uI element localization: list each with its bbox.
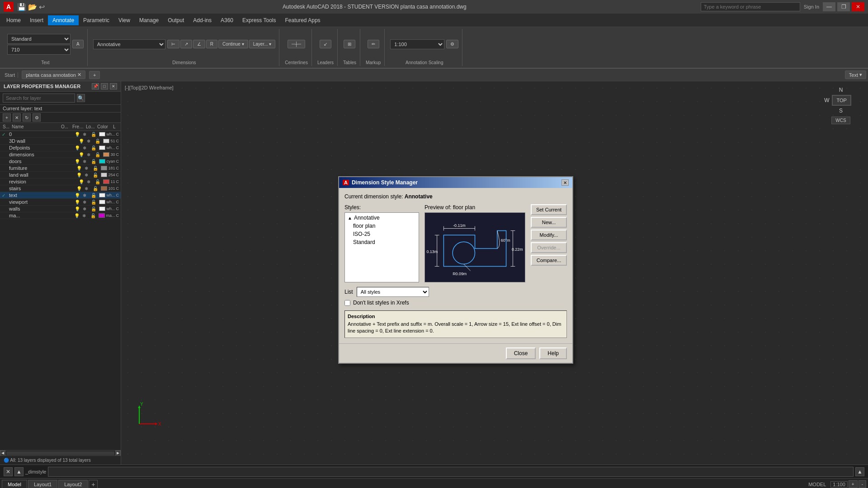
layer-lock-icon[interactable]: 🔓: [90, 213, 99, 218]
dim-continue-btn[interactable]: Continue ▾: [218, 40, 248, 48]
layer-lock-icon[interactable]: 🔓: [91, 206, 99, 211]
layer-color-swatch[interactable]: [103, 139, 109, 143]
layer-on-icon[interactable]: 💡: [75, 132, 83, 137]
layer-on-icon[interactable]: 💡: [75, 206, 83, 211]
leader-btn[interactable]: ↙: [320, 40, 331, 48]
dim-layer-btn[interactable]: Layer... ▾: [249, 40, 276, 48]
zoom-out-btn[interactable]: -: [859, 480, 866, 488]
style-item-standard[interactable]: Standard: [346, 238, 418, 246]
layer-freeze-icon[interactable]: ❄: [82, 213, 90, 218]
layer-freeze-icon[interactable]: ❄: [85, 173, 93, 178]
layer-row[interactable]: walls 💡 ❄ 🔓 wh... C: [0, 206, 121, 212]
style-item-annotative[interactable]: ▲ Annotative: [346, 214, 418, 222]
zoom-in-btn[interactable]: +: [849, 480, 858, 488]
layer-lock-icon[interactable]: 🔓: [91, 200, 99, 205]
menu-manage[interactable]: Manage: [135, 15, 163, 25]
command-input[interactable]: [48, 467, 854, 477]
layer-on-icon[interactable]: 💡: [76, 173, 85, 178]
tab-layout2[interactable]: Layout2: [58, 480, 88, 488]
minimize-button[interactable]: —: [823, 2, 835, 11]
layer-on-icon[interactable]: 💡: [75, 200, 83, 205]
text-style-dropdown[interactable]: Standard: [7, 34, 71, 44]
layer-color-swatch[interactable]: [99, 206, 105, 211]
styles-list[interactable]: ▲ Annotative floor plan ISO-25 Standard: [344, 212, 419, 282]
text-dropdown-btn[interactable]: Text ▾: [845, 70, 866, 79]
command-close-btn[interactable]: ✕: [4, 467, 13, 476]
layer-on-icon[interactable]: 💡: [74, 213, 82, 218]
menu-insert[interactable]: Insert: [25, 15, 48, 25]
layer-on-icon[interactable]: 💡: [79, 152, 87, 157]
markup-btn[interactable]: ✏: [368, 40, 379, 48]
dim-linear-btn[interactable]: ⊢: [167, 40, 179, 48]
keyword-search-input[interactable]: [701, 2, 800, 11]
layer-freeze-icon[interactable]: ❄: [83, 145, 91, 150]
style-item-iso25[interactable]: ISO-25: [346, 230, 418, 238]
layer-on-icon[interactable]: 💡: [75, 145, 83, 150]
dont-list-checkbox[interactable]: [344, 300, 350, 306]
layer-panel-expand-btn[interactable]: □: [101, 83, 108, 89]
menu-annotate[interactable]: Annotate: [48, 15, 79, 25]
layer-lock-icon[interactable]: 🔓: [91, 159, 99, 164]
layer-color-swatch[interactable]: [99, 200, 105, 204]
layer-color-swatch[interactable]: [99, 132, 105, 136]
menu-parametric[interactable]: Parametric: [79, 15, 114, 25]
menu-addins[interactable]: Add-ins: [189, 15, 216, 25]
layer-lock-icon[interactable]: 🔓: [91, 132, 99, 137]
dialog-close-button[interactable]: ✕: [561, 179, 569, 186]
settings-layer-btn[interactable]: ⚙: [33, 113, 41, 122]
layer-freeze-icon[interactable]: ❄: [87, 152, 95, 157]
list-dropdown[interactable]: All styles: [357, 287, 429, 297]
menu-output[interactable]: Output: [163, 15, 189, 25]
layer-scrollbar[interactable]: ◀ ▶: [0, 450, 121, 455]
layer-row[interactable]: stairs 💡 ❄ 🔓 101 C: [0, 185, 121, 192]
layer-on-icon[interactable]: 💡: [79, 179, 87, 184]
sign-in-btn[interactable]: Sign In: [804, 4, 819, 9]
layer-color-swatch[interactable]: [99, 213, 105, 218]
wcs-button[interactable]: WCS: [831, 117, 850, 124]
help-button[interactable]: Help: [539, 347, 567, 359]
add-tab-btn[interactable]: +: [89, 71, 100, 79]
dim-radius-btn[interactable]: R: [206, 40, 217, 48]
dim-angular-btn[interactable]: ∠: [193, 40, 205, 48]
layer-row[interactable]: ✓ 0 💡 ❄ 🔓 wh... C: [0, 131, 121, 138]
layer-row-text[interactable]: ✓ text 💡 ❄ 🔓 wh... C: [0, 192, 121, 199]
close-button[interactable]: ✕: [852, 2, 864, 11]
command-scroll-up-btn[interactable]: ▲: [855, 467, 864, 476]
menu-home[interactable]: Home: [2, 15, 25, 25]
layer-lock-icon[interactable]: 🔓: [91, 145, 99, 150]
layer-on-icon[interactable]: 💡: [76, 166, 85, 171]
menu-view[interactable]: View: [114, 15, 135, 25]
layer-freeze-icon[interactable]: ❄: [83, 159, 91, 164]
layer-color-swatch[interactable]: [101, 173, 107, 177]
layer-freeze-icon[interactable]: ❄: [87, 139, 95, 144]
style-item-floor-plan[interactable]: floor plan: [346, 222, 418, 230]
layer-freeze-icon[interactable]: ❄: [85, 186, 93, 191]
add-layout-btn[interactable]: +: [89, 480, 98, 488]
new-layer-btn[interactable]: +: [3, 113, 11, 122]
layer-panel-pin-btn[interactable]: 📌: [92, 83, 99, 89]
layer-row[interactable]: ma... 💡 ❄ 🔓 ma... C: [0, 212, 121, 219]
layer-search-input[interactable]: [3, 94, 75, 103]
layer-freeze-icon[interactable]: ❄: [83, 132, 91, 137]
modify-button[interactable]: Modify...: [531, 230, 567, 240]
scroll-left-btn[interactable]: ◀: [0, 450, 5, 456]
tab-model[interactable]: Model: [2, 480, 27, 488]
layer-on-icon[interactable]: 💡: [76, 186, 85, 191]
layer-color-swatch[interactable]: [103, 179, 109, 184]
layer-row[interactable]: viewport 💡 ❄ 🔓 wh... C: [0, 199, 121, 206]
layer-lock-icon[interactable]: 🔓: [93, 173, 101, 178]
annotation-settings-btn[interactable]: ⚙: [446, 40, 458, 48]
layer-color-swatch[interactable]: [99, 193, 105, 197]
layer-color-swatch[interactable]: [99, 145, 105, 150]
layer-freeze-icon[interactable]: ❄: [83, 206, 91, 211]
layer-on-icon[interactable]: 💡: [79, 139, 87, 144]
layer-lock-icon[interactable]: 🔓: [93, 166, 101, 171]
layer-row[interactable]: doors 💡 ❄ 🔓 cyan C: [0, 158, 121, 165]
layer-freeze-icon[interactable]: ❄: [83, 193, 91, 198]
layer-row[interactable]: land wall 💡 ❄ 🔓 254 C: [0, 172, 121, 178]
close-button[interactable]: Close: [506, 347, 536, 359]
scroll-right-btn[interactable]: ▶: [115, 450, 121, 456]
annotation-scale-dropdown[interactable]: 1:100: [390, 39, 444, 49]
layer-on-icon[interactable]: 💡: [75, 193, 83, 198]
layer-lock-icon[interactable]: 🔓: [95, 152, 103, 157]
